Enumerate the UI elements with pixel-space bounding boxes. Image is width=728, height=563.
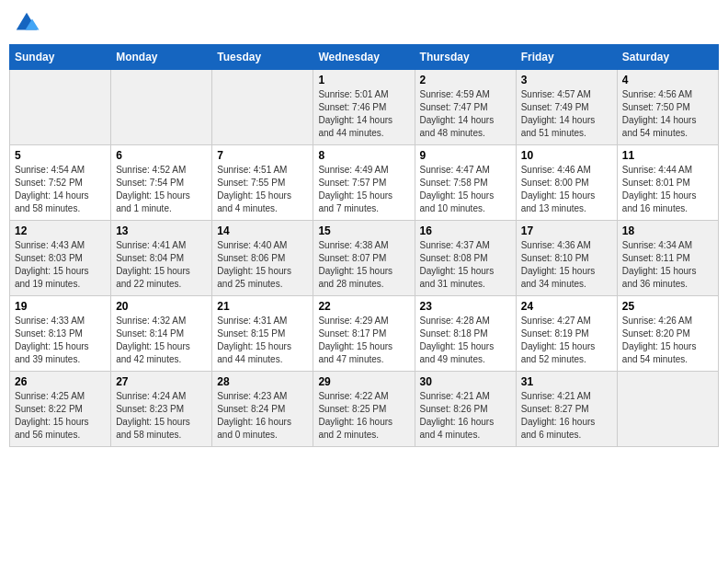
col-header-sunday: Sunday	[10, 45, 111, 70]
calendar-cell: 24Sunrise: 4:27 AM Sunset: 8:19 PM Dayli…	[516, 296, 617, 372]
day-number: 3	[521, 74, 612, 86]
day-number: 12	[15, 224, 106, 237]
calendar-cell: 13Sunrise: 4:41 AM Sunset: 8:04 PM Dayli…	[111, 221, 212, 296]
calendar-table: SundayMondayTuesdayWednesdayThursdayFrid…	[9, 44, 719, 447]
day-info: Sunrise: 4:37 AM Sunset: 8:08 PM Dayligh…	[420, 239, 511, 291]
day-number: 14	[217, 224, 308, 237]
calendar-cell	[617, 372, 718, 447]
calendar-cell: 2Sunrise: 4:59 AM Sunset: 7:47 PM Daylig…	[415, 70, 516, 145]
calendar-cell: 8Sunrise: 4:49 AM Sunset: 7:57 PM Daylig…	[313, 145, 415, 221]
day-number: 26	[15, 375, 106, 388]
calendar-cell: 22Sunrise: 4:29 AM Sunset: 8:17 PM Dayli…	[313, 296, 415, 372]
calendar-cell: 12Sunrise: 4:43 AM Sunset: 8:03 PM Dayli…	[10, 221, 111, 296]
day-number: 22	[318, 300, 409, 313]
calendar-cell: 29Sunrise: 4:22 AM Sunset: 8:25 PM Dayli…	[313, 372, 415, 447]
day-number: 23	[420, 300, 511, 313]
calendar-cell: 16Sunrise: 4:37 AM Sunset: 8:08 PM Dayli…	[415, 221, 516, 296]
calendar-cell: 19Sunrise: 4:33 AM Sunset: 8:13 PM Dayli…	[10, 296, 111, 372]
day-number: 4	[622, 74, 713, 86]
day-info: Sunrise: 4:21 AM Sunset: 8:26 PM Dayligh…	[420, 390, 511, 442]
col-header-wednesday: Wednesday	[313, 45, 415, 70]
col-header-tuesday: Tuesday	[212, 45, 313, 70]
calendar-cell: 27Sunrise: 4:24 AM Sunset: 8:23 PM Dayli…	[111, 372, 212, 447]
calendar-cell: 14Sunrise: 4:40 AM Sunset: 8:06 PM Dayli…	[212, 221, 313, 296]
calendar-cell	[111, 70, 212, 145]
calendar-cell: 28Sunrise: 4:23 AM Sunset: 8:24 PM Dayli…	[212, 372, 313, 447]
day-info: Sunrise: 4:22 AM Sunset: 8:25 PM Dayligh…	[318, 390, 409, 442]
day-info: Sunrise: 4:54 AM Sunset: 7:52 PM Dayligh…	[15, 164, 106, 215]
day-info: Sunrise: 4:59 AM Sunset: 7:47 PM Dayligh…	[420, 88, 511, 140]
day-info: Sunrise: 4:21 AM Sunset: 8:27 PM Dayligh…	[521, 390, 612, 442]
calendar-cell: 31Sunrise: 4:21 AM Sunset: 8:27 PM Dayli…	[516, 372, 617, 447]
day-number: 11	[622, 149, 713, 162]
day-info: Sunrise: 4:51 AM Sunset: 7:55 PM Dayligh…	[217, 164, 308, 215]
calendar-cell: 3Sunrise: 4:57 AM Sunset: 7:49 PM Daylig…	[516, 70, 617, 145]
day-number: 1	[318, 74, 409, 86]
day-info: Sunrise: 4:27 AM Sunset: 8:19 PM Dayligh…	[521, 315, 612, 366]
day-info: Sunrise: 4:26 AM Sunset: 8:20 PM Dayligh…	[622, 315, 713, 366]
col-header-saturday: Saturday	[617, 45, 718, 70]
calendar-cell: 23Sunrise: 4:28 AM Sunset: 8:18 PM Dayli…	[415, 296, 516, 372]
calendar-cell: 20Sunrise: 4:32 AM Sunset: 8:14 PM Dayli…	[111, 296, 212, 372]
day-info: Sunrise: 4:23 AM Sunset: 8:24 PM Dayligh…	[217, 390, 308, 442]
page-header	[9, 9, 719, 37]
day-info: Sunrise: 4:29 AM Sunset: 8:17 PM Dayligh…	[318, 315, 409, 366]
calendar-cell	[10, 70, 111, 145]
calendar-cell: 30Sunrise: 4:21 AM Sunset: 8:26 PM Dayli…	[415, 372, 516, 447]
day-info: Sunrise: 4:56 AM Sunset: 7:50 PM Dayligh…	[622, 88, 713, 140]
day-info: Sunrise: 4:44 AM Sunset: 8:01 PM Dayligh…	[622, 164, 713, 215]
day-info: Sunrise: 4:52 AM Sunset: 7:54 PM Dayligh…	[116, 164, 207, 215]
calendar-cell: 25Sunrise: 4:26 AM Sunset: 8:20 PM Dayli…	[617, 296, 718, 372]
calendar-cell: 18Sunrise: 4:34 AM Sunset: 8:11 PM Dayli…	[617, 221, 718, 296]
col-header-thursday: Thursday	[415, 45, 516, 70]
day-info: Sunrise: 4:31 AM Sunset: 8:15 PM Dayligh…	[217, 315, 308, 366]
week-row-2: 5Sunrise: 4:54 AM Sunset: 7:52 PM Daylig…	[10, 145, 719, 221]
day-number: 28	[217, 375, 308, 388]
day-info: Sunrise: 4:47 AM Sunset: 7:58 PM Dayligh…	[420, 164, 511, 215]
day-number: 29	[318, 375, 409, 388]
week-row-4: 19Sunrise: 4:33 AM Sunset: 8:13 PM Dayli…	[10, 296, 719, 372]
calendar-cell: 15Sunrise: 4:38 AM Sunset: 8:07 PM Dayli…	[313, 221, 415, 296]
day-number: 31	[521, 375, 612, 388]
col-header-friday: Friday	[516, 45, 617, 70]
day-info: Sunrise: 5:01 AM Sunset: 7:46 PM Dayligh…	[318, 88, 409, 140]
day-info: Sunrise: 4:38 AM Sunset: 8:07 PM Dayligh…	[318, 239, 409, 291]
day-number: 8	[318, 149, 409, 162]
week-row-1: 1Sunrise: 5:01 AM Sunset: 7:46 PM Daylig…	[10, 70, 719, 145]
week-row-3: 12Sunrise: 4:43 AM Sunset: 8:03 PM Dayli…	[10, 221, 719, 296]
calendar-cell: 11Sunrise: 4:44 AM Sunset: 8:01 PM Dayli…	[617, 145, 718, 221]
day-number: 20	[116, 300, 207, 313]
day-info: Sunrise: 4:40 AM Sunset: 8:06 PM Dayligh…	[217, 239, 308, 291]
day-info: Sunrise: 4:25 AM Sunset: 8:22 PM Dayligh…	[15, 390, 106, 442]
day-info: Sunrise: 4:41 AM Sunset: 8:04 PM Dayligh…	[116, 239, 207, 291]
calendar-cell: 4Sunrise: 4:56 AM Sunset: 7:50 PM Daylig…	[617, 70, 718, 145]
day-number: 5	[15, 149, 106, 162]
day-info: Sunrise: 4:57 AM Sunset: 7:49 PM Dayligh…	[521, 88, 612, 140]
day-number: 7	[217, 149, 308, 162]
day-number: 9	[420, 149, 511, 162]
calendar-cell: 10Sunrise: 4:46 AM Sunset: 8:00 PM Dayli…	[516, 145, 617, 221]
calendar-cell	[212, 70, 313, 145]
day-info: Sunrise: 4:46 AM Sunset: 8:00 PM Dayligh…	[521, 164, 612, 215]
day-number: 10	[521, 149, 612, 162]
day-number: 6	[116, 149, 207, 162]
day-number: 2	[420, 74, 511, 86]
col-header-monday: Monday	[111, 45, 212, 70]
day-number: 17	[521, 224, 612, 237]
day-number: 16	[420, 224, 511, 237]
day-info: Sunrise: 4:36 AM Sunset: 8:10 PM Dayligh…	[521, 239, 612, 291]
calendar-cell: 5Sunrise: 4:54 AM Sunset: 7:52 PM Daylig…	[10, 145, 111, 221]
day-number: 21	[217, 300, 308, 313]
day-info: Sunrise: 4:33 AM Sunset: 8:13 PM Dayligh…	[15, 315, 106, 366]
day-number: 25	[622, 300, 713, 313]
calendar-cell: 26Sunrise: 4:25 AM Sunset: 8:22 PM Dayli…	[10, 372, 111, 447]
day-number: 30	[420, 375, 511, 388]
day-info: Sunrise: 4:49 AM Sunset: 7:57 PM Dayligh…	[318, 164, 409, 215]
day-info: Sunrise: 4:43 AM Sunset: 8:03 PM Dayligh…	[15, 239, 106, 291]
day-number: 27	[116, 375, 207, 388]
day-number: 19	[15, 300, 106, 313]
logo	[13, 9, 44, 37]
calendar-cell: 9Sunrise: 4:47 AM Sunset: 7:58 PM Daylig…	[415, 145, 516, 221]
logo-icon	[13, 9, 40, 37]
day-number: 24	[521, 300, 612, 313]
